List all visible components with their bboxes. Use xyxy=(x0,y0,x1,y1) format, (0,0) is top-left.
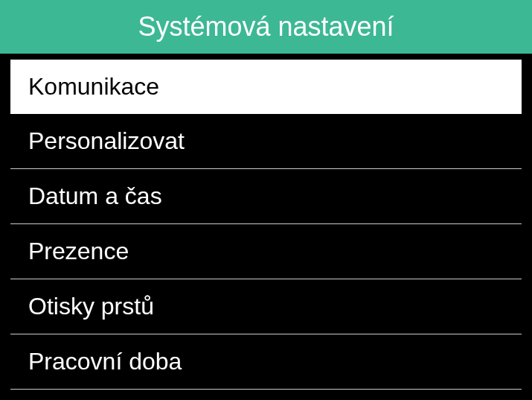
menu-item-label: Pracovní doba xyxy=(28,348,182,375)
settings-menu: Komunikace Personalizovat Datum a čas Pr… xyxy=(0,54,532,390)
page-header: Systémová nastavení xyxy=(0,0,532,54)
menu-item-label: Personalizovat xyxy=(28,127,185,154)
menu-item-label: Otisky prstů xyxy=(28,293,154,320)
menu-item-communication[interactable]: Komunikace xyxy=(10,60,522,114)
menu-item-label: Datum a čas xyxy=(28,182,162,209)
menu-item-presence[interactable]: Prezence xyxy=(10,224,522,279)
menu-item-personalize[interactable]: Personalizovat xyxy=(10,114,522,169)
menu-item-label: Komunikace xyxy=(28,73,159,100)
menu-item-label: Prezence xyxy=(28,238,129,264)
menu-item-date-time[interactable]: Datum a čas xyxy=(10,169,522,224)
page-title: Systémová nastavení xyxy=(138,11,394,42)
menu-item-working-hours[interactable]: Pracovní doba xyxy=(10,334,522,390)
menu-item-fingerprints[interactable]: Otisky prstů xyxy=(10,279,522,334)
